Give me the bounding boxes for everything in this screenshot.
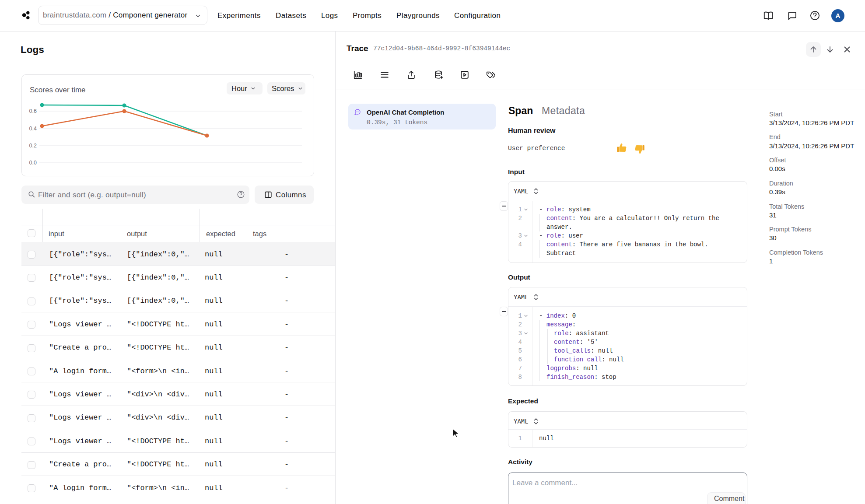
- svg-text:0.4: 0.4: [29, 126, 37, 132]
- svg-text:0.2: 0.2: [29, 143, 37, 149]
- svg-text:0.0: 0.0: [29, 160, 37, 166]
- svg-text:0.6: 0.6: [29, 108, 37, 114]
